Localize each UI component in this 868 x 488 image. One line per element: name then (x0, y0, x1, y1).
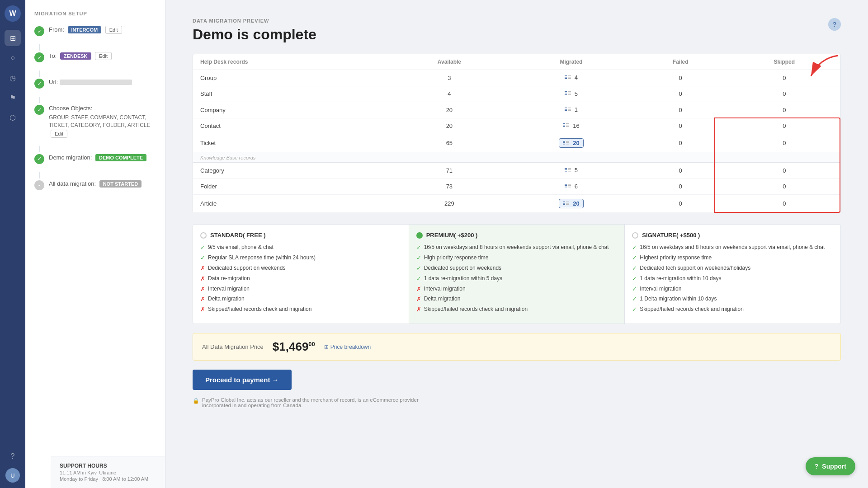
help-circle-icon[interactable]: ? (828, 18, 841, 31)
check-icon: ✓ (200, 254, 205, 262)
plan-standard[interactable]: STANDARD( FREE ) ✓ 9/5 via email, phone … (193, 225, 409, 324)
nav-icon-circle[interactable]: ○ (5, 50, 21, 66)
migrated-cell[interactable]: 20 (559, 199, 583, 208)
step-from-badge: INTERCOM (68, 26, 102, 33)
feature-text: 1 Delta migration within 10 days (640, 296, 717, 303)
plan-signature[interactable]: SIGNATURE( +$500 ) ✓ 16/5 on weekdays an… (625, 225, 840, 324)
svg-rect-39 (568, 184, 571, 185)
cross-icon: ✗ (200, 306, 205, 314)
plan-feature: ✗ Skipped/failed records check and migra… (200, 306, 401, 314)
svg-rect-38 (565, 187, 567, 188)
support-float-button[interactable]: ? Support (806, 457, 855, 475)
step-from-edit[interactable]: Edit (105, 26, 122, 34)
step-url: ✓ Url: (34, 78, 156, 89)
step-demo-label: Demo migration: (49, 154, 94, 161)
check-icon: ✓ (632, 306, 637, 314)
preview-label: DATA MIGRATION PREVIEW (193, 18, 841, 23)
plan-feature: ✗ Data re-migration (200, 275, 401, 283)
row-available: 71 (389, 163, 509, 179)
price-amount: $1,46900 (273, 340, 315, 354)
row-failed: 0 (633, 70, 728, 86)
row-migrated[interactable]: 20 (509, 195, 633, 213)
nav-help-icon[interactable]: ? (5, 448, 21, 465)
feature-text: 1 data re-migration within 5 days (424, 275, 502, 282)
nav-icon-clock[interactable]: ◷ (5, 70, 21, 86)
main-content: DATA MIGRATION PREVIEW Demo is complete … (165, 0, 868, 488)
feature-text: Interval migration (208, 286, 250, 293)
feature-text: Dedicated support on weekends (208, 265, 285, 272)
svg-rect-40 (568, 185, 571, 186)
svg-rect-13 (565, 109, 567, 110)
svg-rect-20 (563, 126, 565, 127)
svg-rect-19 (563, 125, 565, 126)
feature-text: High priority response time (424, 254, 489, 262)
nav-icon-grid[interactable]: ⊞ (5, 30, 21, 46)
table-row: Folder 73 6 0 0 (193, 178, 840, 195)
nav-icon-hex[interactable]: ⬡ (5, 109, 21, 126)
support-label: Support (822, 463, 846, 470)
row-name: Contact (193, 118, 389, 134)
svg-rect-24 (563, 141, 565, 142)
step-icon-url: ✓ (34, 79, 44, 89)
migrated-cell[interactable]: 20 (559, 138, 583, 148)
plan-title: STANDARD( FREE ) (210, 232, 266, 239)
plan-feature: ✓ Interval migration (632, 286, 833, 293)
plan-radio[interactable] (200, 232, 207, 239)
plan-header: SIGNATURE( +$500 ) (632, 232, 833, 239)
feature-text: Skipped/failed records check and migrati… (208, 306, 311, 313)
user-avatar[interactable]: U (5, 468, 20, 483)
paypro-note: 🔒 PayPro Global Inc. acts as our reselle… (193, 397, 437, 408)
step-icon-to: ✓ (34, 52, 44, 62)
step-demo: ✓ Demo migration: DEMO COMPLETE (34, 153, 156, 164)
row-migrated[interactable]: 20 (509, 134, 633, 152)
cross-icon: ✗ (416, 306, 421, 314)
support-local-time: 11:11 AM in Kyiv, Ukraine (60, 470, 165, 475)
svg-rect-4 (568, 77, 571, 78)
svg-rect-36 (565, 184, 567, 185)
step-to-edit[interactable]: Edit (95, 52, 112, 60)
plan-radio[interactable] (416, 232, 423, 239)
migrated-cell: 16 (563, 122, 579, 129)
svg-rect-28 (566, 142, 569, 143)
row-available: 229 (389, 195, 509, 213)
step-url-value (60, 80, 132, 85)
svg-rect-5 (568, 78, 571, 79)
step-objects-edit[interactable]: Edit (51, 130, 67, 138)
row-name: Group (193, 70, 389, 86)
svg-rect-27 (566, 141, 569, 142)
step-icon-demo: ✓ (34, 154, 44, 164)
table-row: Ticket 65 20 0 0 (193, 134, 840, 152)
row-migrated: 5 (509, 86, 633, 102)
plan-premium[interactable]: PREMIUM( +$200 ) ✓ 16/5 on weekdays and … (409, 225, 625, 324)
check-icon: ✓ (416, 244, 421, 252)
plan-feature: ✗ Interval migration (416, 286, 618, 293)
table-row: Category 71 5 0 0 (193, 163, 840, 179)
svg-rect-29 (566, 144, 569, 145)
price-section: All Data Migration Price $1,46900 ⊞ Pric… (193, 333, 841, 361)
row-skipped: 0 (728, 163, 841, 179)
feature-text: Regular SLA response time (within 24 hou… (208, 254, 316, 262)
kb-label: Knowledge Base records (193, 152, 840, 163)
feature-text: Data re-migration (208, 275, 250, 282)
svg-rect-12 (565, 108, 567, 108)
plan-radio[interactable] (632, 232, 638, 239)
migrated-cell: 1 (565, 106, 578, 113)
table-row: Staff 4 5 0 0 (193, 86, 840, 102)
nav-icon-flag[interactable]: ⚑ (5, 89, 21, 106)
feature-text: 16/5 on weekdays and 8 hours on weekends… (640, 244, 825, 251)
cross-icon: ✗ (200, 265, 205, 272)
row-migrated: 16 (509, 118, 633, 134)
app-logo[interactable]: W (5, 5, 21, 22)
proceed-to-payment-button[interactable]: Proceed to payment → (193, 370, 292, 390)
svg-rect-47 (566, 204, 569, 205)
svg-rect-32 (565, 171, 567, 172)
cross-icon: ✗ (416, 286, 421, 293)
svg-rect-26 (563, 144, 565, 145)
svg-rect-17 (568, 110, 571, 111)
svg-rect-33 (568, 168, 571, 169)
row-failed: 0 (633, 118, 728, 134)
check-icon: ✓ (416, 254, 421, 262)
feature-text: Delta migration (208, 296, 245, 303)
price-breakdown-link[interactable]: ⊞ Price breakdown (324, 344, 371, 350)
row-skipped: 0 (728, 134, 841, 152)
